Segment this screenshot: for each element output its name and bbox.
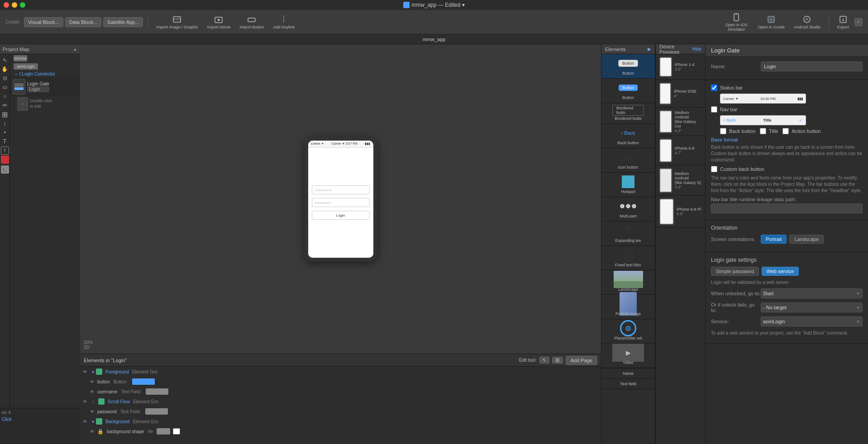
- visibility-icon-username[interactable]: 👁: [89, 388, 95, 395]
- canvas-viewport[interactable]: Carrier ✦ Carrier ✦ 3:07 PM ▮▮▮ Username…: [80, 44, 601, 354]
- element-item-portrait[interactable]: Portrait image: [601, 295, 655, 319]
- element-item-button-blue[interactable]: Button Button: [601, 79, 655, 103]
- element-row-background[interactable]: 👁 ▾ Background Element Gro: [80, 416, 601, 426]
- text-tool[interactable]: T: [1, 137, 9, 146]
- add-keyline-button[interactable]: Add Keyline: [269, 13, 298, 31]
- when-unlocked-label: When unlocked, go to:: [711, 291, 761, 296]
- service-select[interactable]: aomLogin: [761, 316, 863, 326]
- project-node-connector[interactable]: → t Login Connector: [10, 71, 80, 77]
- element-item-fixed-text[interactable]: T Fixed text bloc: [601, 246, 655, 270]
- element-row-username[interactable]: 👁 username Text Field: [80, 387, 601, 397]
- project-node-service[interactable]: service: [10, 54, 80, 62]
- import-button-button[interactable]: Import Button: [236, 13, 267, 31]
- action-button-checkbox[interactable]: [782, 128, 789, 134]
- import-image-button[interactable]: Import Image / Graphic: [153, 13, 201, 31]
- title-checkbox[interactable]: [760, 128, 766, 134]
- android-studio-button[interactable]: Android Studio: [790, 13, 824, 31]
- landscape-orientation-button[interactable]: Landscape: [789, 235, 824, 244]
- edit-tool-link[interactable]: ⛓: [552, 357, 563, 364]
- element-row-foreground[interactable]: 👁 ▾ Foreground Element Gro: [80, 367, 601, 377]
- element-row-bg-shape[interactable]: 👁 🔒 background shape Ve: [80, 426, 601, 436]
- text-box-tool[interactable]: T: [1, 146, 9, 155]
- rect-tool[interactable]: ▭: [1, 83, 9, 91]
- device-item-iphone14[interactable]: iPhone 1-4 3.5": [656, 54, 705, 80]
- maximize-button[interactable]: [20, 2, 25, 8]
- visibility-icon-sf[interactable]: 👁: [82, 398, 88, 405]
- satellite-app-button[interactable]: Satellite App...: [103, 17, 143, 27]
- element-item-back[interactable]: ‹ Back Back button: [601, 124, 655, 148]
- element-row-button[interactable]: 👁 button Button: [80, 377, 601, 387]
- element-item-video[interactable]: ▶ Video: [601, 344, 655, 368]
- app-icon: [403, 2, 410, 8]
- elements-nav-right[interactable]: ▶: [648, 47, 651, 52]
- device-item-iphone5se[interactable]: iPhone 5/SE 4": [656, 80, 705, 108]
- close-button[interactable]: [4, 2, 9, 8]
- line-tool[interactable]: ⊞: [1, 110, 9, 118]
- arrow-tool[interactable]: ↖: [1, 56, 9, 64]
- visibility-icon-pwd[interactable]: 👁: [89, 408, 95, 415]
- element-item-hotspot[interactable]: Hotspot: [601, 173, 655, 197]
- status-bar-checkbox[interactable]: [711, 85, 717, 91]
- if-fails-select[interactable]: - No target: [761, 302, 863, 312]
- when-unlocked-select[interactable]: Start: [761, 288, 863, 298]
- edit-tool-arrow[interactable]: ↖: [539, 357, 549, 364]
- element-item-name[interactable]: Name: [601, 368, 655, 379]
- password-key: password: [97, 409, 117, 414]
- device-thumb-iphone14: [659, 57, 672, 77]
- visibility-icon-btn[interactable]: 👁: [89, 378, 95, 385]
- open-ios-simulator-button[interactable]: Open in iOS Simulator: [720, 11, 752, 33]
- oval-tool[interactable]: ○: [1, 92, 9, 100]
- device-item-iphone68[interactable]: iPhone 6-8 4.7": [656, 136, 705, 165]
- lasso-tool[interactable]: ⌖: [1, 128, 9, 137]
- visual-block-button[interactable]: Visual Block...: [24, 17, 63, 27]
- add-page-button[interactable]: Add Page: [566, 356, 597, 365]
- element-item-multi[interactable]: 1 2 3 Multi-part: [601, 197, 655, 222]
- element-row-scroll-flow[interactable]: 👁 ↓ Scroll Flow Element Gro: [80, 397, 601, 406]
- visibility-icon-bg[interactable]: 👁: [82, 418, 88, 425]
- element-item-text-field[interactable]: Text field: [601, 379, 655, 389]
- pen-tool[interactable]: ✏: [1, 101, 9, 109]
- tool-extra[interactable]: t_: [1, 165, 9, 174]
- runtime-path-input[interactable]: [711, 203, 863, 213]
- element-item-button[interactable]: Button Button: [601, 54, 655, 79]
- login-gate-node[interactable]: Login Gate Login: [10, 77, 80, 96]
- collapse-project-map-button[interactable]: ▲: [73, 47, 77, 52]
- device-thumb-iphone68plus: [659, 198, 674, 225]
- color-swatch[interactable]: [1, 156, 9, 164]
- zoom-tool[interactable]: ⊙: [1, 74, 9, 82]
- element-item-placeholder[interactable]: ⚙ Placeholder wit: [601, 319, 655, 344]
- background-type: Element Gro: [133, 419, 158, 424]
- device-item-android-med2[interactable]: Medium Android (like Galaxy S) 4.8": [656, 165, 705, 196]
- portrait-orientation-button[interactable]: Portrait: [761, 235, 787, 244]
- minimize-button[interactable]: [12, 2, 17, 8]
- hide-device-previews-button[interactable]: Hide: [692, 47, 701, 52]
- element-item-expanding-text[interactable]: T Expanding tex: [601, 222, 655, 246]
- web-service-button[interactable]: Web service: [762, 267, 799, 276]
- device-item-android-med1[interactable]: Medium Android (like Galaxy Cor 4.3": [656, 108, 705, 136]
- visibility-icon[interactable]: 👁: [82, 368, 88, 375]
- export-button[interactable]: Export: [834, 13, 853, 31]
- import-movie-button[interactable]: Import Movie: [203, 13, 234, 31]
- open-xcode-button[interactable]: X Open in Xcode: [754, 13, 788, 31]
- custom-back-button-checkbox[interactable]: [711, 166, 717, 172]
- expand-button[interactable]: +: [854, 18, 863, 26]
- element-item-landscape[interactable]: Landscape: [601, 270, 655, 295]
- button-key: button: [97, 379, 110, 384]
- service-row: Service: aomLogin: [711, 316, 863, 326]
- device-item-iphone68plus[interactable]: iPhone 6-8 Pl 5.5": [656, 196, 705, 228]
- nav-bar-checkbox[interactable]: [711, 106, 717, 113]
- back-button-checkbox[interactable]: [720, 128, 726, 134]
- element-row-password[interactable]: 👁 password Text Field: [80, 406, 601, 416]
- project-node-aomlogin[interactable]: aomLogin: [10, 62, 80, 71]
- hand-tool[interactable]: ✋: [1, 65, 9, 73]
- element-item-icon[interactable]: Icon button: [601, 148, 655, 173]
- project-node-double-click[interactable]: ≡ Double-clickto edit: [10, 96, 80, 112]
- status-bar-label: Status bar: [720, 85, 743, 90]
- element-item-bordered[interactable]: Bordered butto Bordered butte: [601, 103, 655, 124]
- simple-password-button[interactable]: Simple password: [711, 267, 759, 276]
- data-block-button[interactable]: Data Block...: [65, 17, 101, 27]
- click-label[interactable]: Click: [2, 417, 78, 422]
- cursor-tool[interactable]: ↕: [1, 119, 9, 128]
- name-input[interactable]: [761, 61, 863, 71]
- visibility-icon-bgs[interactable]: 👁: [89, 428, 95, 435]
